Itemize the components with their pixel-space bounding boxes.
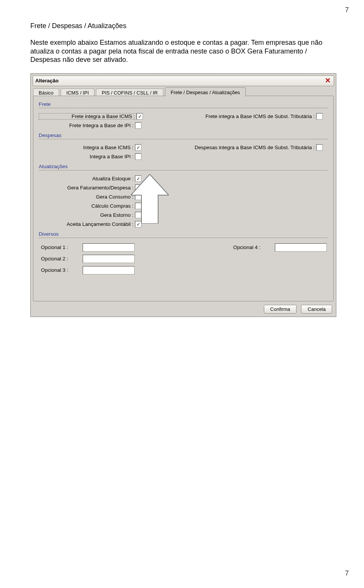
label-despesas-subst: Despesas integra a Base ICMS de Subst. T… [178,145,316,150]
tab-frete-despesas[interactable]: Frete / Despesas / Atualizações [165,87,246,96]
row-frete-icms: Frete integra a Base ICMS : Frete integr… [39,112,328,121]
divider [39,139,328,139]
label-opcional-2: Opcional 2 : [39,256,83,262]
label-calculo-compras: Cálculo Compras : [39,203,135,209]
tab-panel: Frete Frete integra a Base ICMS : Frete … [33,96,334,301]
page-number-bottom: 7 [345,569,349,577]
input-opcional-4[interactable] [275,243,327,252]
dialog-buttons: Confirma Cancela [264,305,332,314]
cancel-button[interactable]: Cancela [301,305,332,314]
divider [39,238,328,238]
page-number-top: 7 [345,6,349,14]
section-diversos: Diversos [39,231,328,237]
label-despesas-base-icms: Integra a Base ICMS : [39,145,135,150]
checkbox-frete-subst[interactable] [316,113,323,120]
label-opcional-4: Opcional 4 : [233,244,275,250]
row-opcional-3: Opcional 3 : [39,265,328,276]
tab-basico[interactable]: Básico [33,88,59,96]
checkbox-gera-consumo[interactable] [135,194,141,200]
row-opcional-1: Opcional 1 : Opcional 4 : [39,242,328,253]
checkbox-lanc-contabil[interactable] [135,221,141,227]
label-opcional-1: Opcional 1 : [39,244,83,250]
screenshot-window: Alteração ✕ Básico ICMS / IPI PIS / COFI… [30,73,336,317]
checkbox-despesas-subst[interactable] [316,144,323,151]
label-gera-consumo: Gera Consumo : [39,194,135,200]
close-icon[interactable]: ✕ [324,77,331,85]
input-opcional-1[interactable] [83,243,135,252]
section-despesas: Despesas [39,132,328,138]
label-frete-base-icms: Frete integra a Base ICMS : [39,113,136,120]
checkbox-gera-faturamento[interactable] [135,184,141,191]
section-frete: Frete [39,101,328,107]
checkbox-gera-estorno[interactable] [135,212,141,218]
label-gera-estorno: Gera Estorno : [39,212,135,218]
row-gera-faturamento: Gera Faturamento/Despesa : [39,183,328,192]
confirm-button[interactable]: Confirma [264,305,297,314]
checkbox-calculo-compras[interactable] [135,203,141,209]
label-atualiza-estoque: Atualiza Estoque : [39,176,135,181]
tab-icms-ipi[interactable]: ICMS / IPI [61,88,94,96]
row-atualiza-estoque: Atualiza Estoque : [39,174,328,183]
label-opcional-3: Opcional 3 : [39,267,83,273]
page: 7 Frete / Despesas / Atualizações Neste … [0,0,364,588]
row-despesas-icms: Integra a Base ICMS : Despesas integra a… [39,143,328,152]
row-gera-estorno: Gera Estorno : [39,211,328,220]
label-despesas-base-ipi: Integra a Base IPI : [39,154,135,159]
tabs: Básico ICMS / IPI PIS / COFINS / CSLL / … [33,87,334,96]
checkbox-despesas-base-ipi[interactable] [135,153,141,160]
divider [39,108,328,108]
checkbox-despesas-base-icms[interactable] [135,144,141,151]
row-opcional-2: Opcional 2 : [39,253,328,265]
row-calculo-compras: Cálculo Compras : [39,202,328,211]
section-atualizacoes: Atualizações [39,164,328,169]
row-gera-consumo: Gera Consumo : [39,192,328,202]
input-opcional-3[interactable] [83,266,135,274]
tab-pis-cofins[interactable]: PIS / COFINS / CSLL / IR [96,88,163,96]
checkbox-atualiza-estoque[interactable] [135,175,141,182]
input-opcional-2[interactable] [83,255,135,263]
row-frete-ipi: Frete Integra a Base de IPI : [39,121,328,130]
checkbox-frete-base-icms[interactable] [136,113,143,120]
row-lanc-contabil: Aceita Lançamento Contábil : [39,220,328,229]
window-title: Alteração [35,78,59,84]
intro-paragraph: Neste exemplo abaixo Estamos atualizando… [30,38,334,64]
row-despesas-ipi: Integra a Base IPI : [39,152,328,161]
divider [39,170,328,170]
label-frete-base-ipi: Frete Integra a Base de IPI : [39,123,135,128]
heading: Frete / Despesas / Atualizações [30,22,334,30]
titlebar: Alteração ✕ [33,76,334,86]
label-frete-subst: Frete integra a Base ICMS de Subst. Trib… [178,114,316,119]
label-gera-faturamento: Gera Faturamento/Despesa : [39,185,135,191]
label-lanc-contabil: Aceita Lançamento Contábil : [39,221,135,227]
checkbox-frete-base-ipi[interactable] [135,122,141,129]
